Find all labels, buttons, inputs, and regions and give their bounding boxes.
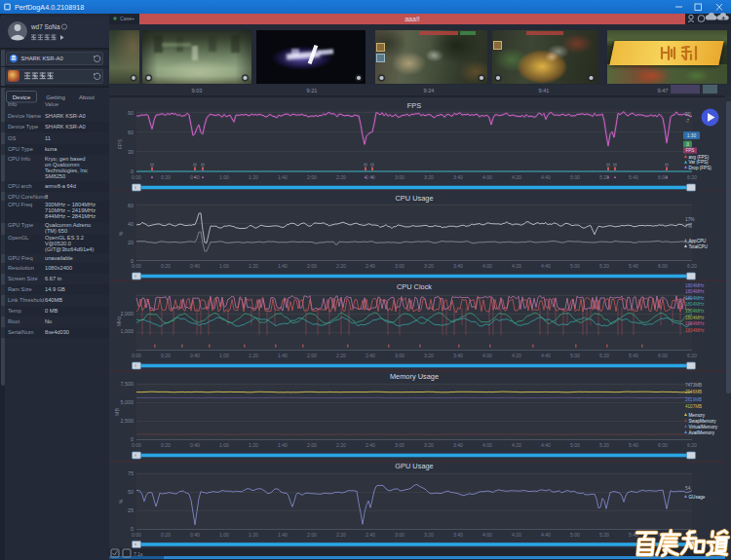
svg-text:4:20: 4:20 bbox=[512, 532, 521, 538]
svg-text:Link Threshold: Link Threshold bbox=[8, 297, 44, 303]
svg-text:1080x2400: 1080x2400 bbox=[45, 265, 72, 271]
svg-text:2,500: 2,500 bbox=[121, 418, 135, 424]
svg-text:8: 8 bbox=[45, 194, 48, 200]
svg-text:1:20: 1:20 bbox=[249, 353, 258, 358]
svg-text:640MB: 640MB bbox=[45, 297, 62, 303]
svg-text:Temp: Temp bbox=[8, 308, 21, 314]
svg-text:1804MHz: 1804MHz bbox=[685, 296, 705, 301]
svg-text:2:20: 2:20 bbox=[336, 532, 346, 538]
svg-text:2:40: 2:40 bbox=[366, 174, 375, 180]
svg-text:5:40: 5:40 bbox=[629, 174, 638, 180]
svg-text:3:00: 3:00 bbox=[395, 174, 404, 180]
svg-text:4:00: 4:00 bbox=[482, 532, 492, 538]
svg-text:MB: MB bbox=[114, 408, 120, 416]
svg-text:2:40: 2:40 bbox=[366, 532, 375, 538]
svg-text:3:00: 3:00 bbox=[395, 263, 404, 269]
svg-text:No: No bbox=[45, 318, 52, 324]
svg-text:GPU Freq: GPU Freq bbox=[8, 255, 33, 261]
svg-text:1:00: 1:00 bbox=[219, 353, 229, 358]
svg-text:30: 30 bbox=[128, 149, 134, 155]
svg-text:2:00: 2:00 bbox=[307, 174, 317, 180]
svg-text:SerialNum: SerialNum bbox=[8, 329, 34, 335]
svg-text:1,000: 1,000 bbox=[121, 328, 135, 334]
svg-text:-7: -7 bbox=[685, 119, 690, 124]
svg-text:3:40: 3:40 bbox=[453, 263, 463, 269]
svg-text:2:00: 2:00 bbox=[307, 353, 317, 358]
svg-text:25: 25 bbox=[128, 507, 134, 513]
svg-text:0:40: 0:40 bbox=[190, 353, 200, 358]
svg-text:%: % bbox=[118, 499, 124, 504]
svg-text:FPS: FPS bbox=[407, 101, 421, 110]
svg-text:Memory: Memory bbox=[689, 413, 706, 418]
svg-text:2619MB: 2619MB bbox=[685, 397, 702, 402]
svg-text:0:20: 0:20 bbox=[161, 442, 171, 448]
svg-text:3:40: 3:40 bbox=[453, 532, 463, 538]
svg-text:3:20: 3:20 bbox=[424, 353, 434, 358]
svg-text:1:00: 1:00 bbox=[219, 442, 229, 448]
svg-text:6.67 in: 6.67 in bbox=[45, 276, 61, 281]
svg-text:2:40: 2:40 bbox=[366, 442, 375, 448]
svg-text:%: % bbox=[118, 231, 124, 236]
svg-text:OpenGL: OpenGL bbox=[8, 235, 29, 241]
svg-text:2,000: 2,000 bbox=[121, 311, 135, 317]
svg-text:5:20: 5:20 bbox=[599, 174, 609, 180]
svg-text:0 MB: 0 MB bbox=[45, 308, 58, 314]
svg-text:1:40: 1:40 bbox=[278, 532, 288, 538]
svg-text:1804MHz: 1804MHz bbox=[685, 321, 705, 326]
svg-text:3:40: 3:40 bbox=[453, 442, 463, 448]
svg-text:0:00: 0:00 bbox=[132, 353, 141, 358]
svg-text:6:00: 6:00 bbox=[658, 174, 668, 180]
svg-text:3:20: 3:20 bbox=[424, 442, 434, 448]
svg-text:kona: kona bbox=[45, 146, 58, 152]
svg-text:1804MHz: 1804MHz bbox=[685, 289, 705, 294]
svg-text:About: About bbox=[79, 93, 95, 100]
svg-text:4:40: 4:40 bbox=[541, 263, 551, 269]
svg-text:50: 50 bbox=[128, 489, 134, 495]
svg-text:4:20: 4:20 bbox=[512, 174, 521, 180]
svg-text:0:20: 0:20 bbox=[161, 174, 171, 180]
svg-text:40: 40 bbox=[128, 221, 134, 227]
svg-text:3:40: 3:40 bbox=[453, 353, 463, 358]
svg-text:1804MHz: 1804MHz bbox=[685, 316, 705, 320]
svg-text:2946MB: 2946MB bbox=[685, 390, 702, 394]
svg-text:0: 0 bbox=[131, 168, 134, 174]
svg-text:CPU CoreNum: CPU CoreNum bbox=[8, 194, 45, 200]
svg-text:2:40: 2:40 bbox=[366, 353, 375, 358]
svg-text:4:40: 4:40 bbox=[541, 353, 551, 358]
svg-text:8xe4d030: 8xe4d030 bbox=[45, 329, 69, 335]
svg-text:CPU Clock: CPU Clock bbox=[397, 282, 432, 291]
svg-text:14.9 GB: 14.9 GB bbox=[45, 286, 65, 292]
svg-text:5:00: 5:00 bbox=[570, 532, 580, 538]
svg-text:(TM) 650: (TM) 650 bbox=[45, 228, 67, 234]
svg-text:0:00: 0:00 bbox=[132, 263, 141, 269]
svg-text:90: 90 bbox=[685, 112, 691, 117]
svg-text:(GIT@3bc64d91e4): (GIT@3bc64d91e4) bbox=[45, 246, 94, 252]
svg-text:2:20: 2:20 bbox=[336, 353, 346, 358]
svg-text:0:20: 0:20 bbox=[161, 353, 171, 358]
svg-text:1:40: 1:40 bbox=[278, 174, 288, 180]
svg-text:5:40: 5:40 bbox=[629, 442, 638, 448]
svg-text:2:00: 2:00 bbox=[307, 442, 317, 448]
svg-text:4:20: 4:20 bbox=[512, 442, 521, 448]
svg-text:SHARK KSR-A0: SHARK KSR-A0 bbox=[45, 113, 86, 119]
svg-text:4:00: 4:00 bbox=[482, 353, 492, 358]
svg-text:Screen Size: Screen Size bbox=[8, 276, 38, 281]
svg-text:6:00: 6:00 bbox=[658, 442, 668, 448]
svg-text:CPU Type: CPU Type bbox=[8, 146, 33, 152]
svg-text:MHz: MHz bbox=[116, 316, 122, 326]
svg-text:aaa!!: aaa!! bbox=[404, 16, 420, 22]
svg-text:2:20: 2:20 bbox=[336, 442, 346, 448]
svg-text:0:40: 0:40 bbox=[190, 532, 200, 538]
svg-text:CPU Info: CPU Info bbox=[8, 156, 30, 162]
svg-text:75: 75 bbox=[128, 470, 134, 476]
svg-text:Root: Root bbox=[8, 318, 19, 324]
svg-text:1:30: 1:30 bbox=[687, 133, 697, 138]
svg-text:Device: Device bbox=[13, 93, 31, 100]
svg-text:844MHz ~ 2841MHz: 844MHz ~ 2841MHz bbox=[45, 213, 96, 219]
svg-text:7473MB: 7473MB bbox=[685, 383, 702, 388]
svg-text:5:20: 5:20 bbox=[599, 353, 609, 358]
svg-text:5:40: 5:40 bbox=[629, 353, 638, 358]
svg-text:11: 11 bbox=[45, 135, 51, 141]
svg-text:avg (FPS): avg (FPS) bbox=[689, 155, 710, 160]
svg-text:GUsage: GUsage bbox=[689, 495, 706, 500]
